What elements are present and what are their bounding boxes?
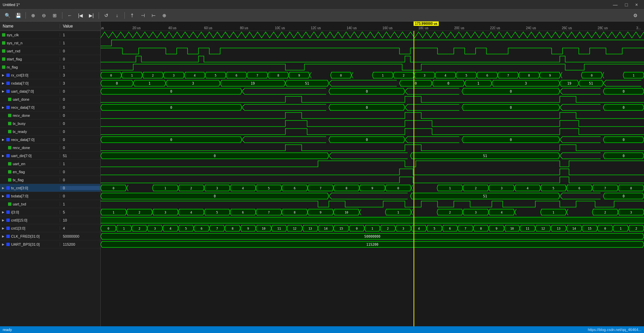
expand-arrow-icon[interactable]: ▶ — [2, 243, 4, 246]
fit-button[interactable]: ⊞ — [50, 11, 59, 20]
signal-value-cell: 0 — [60, 105, 100, 109]
expand-arrow-icon[interactable]: ▶ — [2, 106, 4, 109]
signal-row[interactable]: ▶rx_cnt[3:0]3 — [0, 71, 100, 79]
expand-arrow-icon[interactable]: ▶ — [2, 154, 4, 157]
svg-text:7: 7 — [604, 187, 606, 190]
bit-type-icon — [8, 122, 11, 125]
wave-svg — [101, 95, 644, 103]
svg-text:3: 3 — [630, 211, 632, 214]
signal-name-cell: sys_clk — [0, 33, 60, 37]
signal-row[interactable]: ▶cnt1[3:0]4 — [0, 224, 100, 232]
signal-row[interactable]: ▶CLK_FRED[31:0]50000000 — [0, 232, 100, 240]
expand-arrow-icon[interactable]: ▶ — [2, 227, 4, 230]
signal-row[interactable]: start_flag0 — [0, 55, 100, 63]
signal-row[interactable]: sys_rst_n1 — [0, 39, 100, 47]
svg-text:0: 0 — [107, 227, 109, 230]
wave-rows-container: 0123456789012345678901013195100131951000… — [101, 31, 644, 248]
svg-text:7: 7 — [465, 227, 466, 230]
svg-text:0: 0 — [340, 74, 342, 77]
expand-arrow-icon[interactable]: ▶ — [2, 235, 4, 238]
wave-svg: 123456789101234123 — [101, 208, 644, 216]
signal-row[interactable]: ▶rxdata[7:0]3 — [0, 79, 100, 87]
signal-value-cell: 3 — [60, 73, 100, 77]
center-button[interactable]: ⊕ — [160, 11, 169, 20]
signal-row[interactable]: ▶tx_cnt[3:0]0 — [0, 184, 100, 192]
signal-row[interactable]: ▶recv_data[7:0]0 — [0, 103, 100, 111]
right-edge-button[interactable]: ⊢ — [149, 11, 158, 20]
wave-svg — [101, 111, 644, 119]
expand-arrow-icon[interactable]: ▶ — [2, 74, 4, 77]
signal-value-cell: 0 — [60, 113, 100, 117]
signal-value-cell: 0 — [60, 49, 100, 53]
signal-row[interactable]: tx_ready0 — [0, 128, 100, 136]
svg-text:13: 13 — [308, 227, 312, 230]
settings-button[interactable]: ⚙ — [631, 11, 640, 20]
expand-arrow-icon[interactable]: ▶ — [2, 194, 4, 198]
expand-arrow-icon[interactable]: ▶ — [2, 210, 4, 214]
svg-text:1: 1 — [131, 74, 133, 77]
signal-row[interactable]: uart_rxd0 — [0, 47, 100, 55]
svg-text:2: 2 — [139, 211, 140, 214]
signal-row[interactable]: tx_busy0 — [0, 120, 100, 128]
maximize-button[interactable]: □ — [622, 1, 631, 8]
svg-text:9: 9 — [371, 187, 373, 190]
bit-type-icon — [8, 178, 11, 182]
signal-row[interactable]: en_flag0 — [0, 168, 100, 176]
next-edge-button[interactable]: ▶| — [87, 11, 96, 20]
signal-row[interactable]: ▶cnt0[15:0]10 — [0, 216, 100, 224]
close-button[interactable]: × — [632, 1, 641, 8]
signal-row[interactable]: tx_flag0 — [0, 176, 100, 184]
signal-row[interactable]: uart_en1 — [0, 160, 100, 168]
back-button[interactable]: ← — [65, 11, 74, 20]
waveform-area[interactable]: 0123456789012345678901013195100131951000… — [101, 31, 644, 333]
bus-type-icon — [6, 194, 10, 198]
save-button[interactable]: 💾 — [13, 11, 23, 20]
wave-row — [101, 144, 644, 152]
signal-row[interactable]: ▶uart_din[7:0]51 — [0, 152, 100, 160]
signal-row[interactable]: recv_done0 — [0, 144, 100, 152]
signal-row[interactable]: sys_clk1 — [0, 31, 100, 39]
zoom-out-button[interactable]: ⊖ — [39, 11, 49, 20]
signal-value-cell: 3 — [60, 81, 100, 85]
left-edge-button[interactable]: ⊣ — [138, 11, 148, 20]
search-button[interactable]: 🔍 — [3, 11, 12, 20]
signal-row[interactable]: recv_done0 — [0, 111, 100, 120]
svg-text:4: 4 — [194, 74, 196, 77]
svg-text:0: 0 — [366, 138, 368, 142]
signal-value-cell: 51 — [60, 154, 100, 158]
signal-row[interactable]: ▶recv_data[7:0]0 — [0, 136, 100, 144]
svg-text:0: 0 — [214, 194, 216, 198]
signal-label: tx_ready — [13, 130, 27, 134]
expand-arrow-icon[interactable]: ▶ — [2, 82, 4, 85]
signal-row[interactable]: ▶i[3:0]5 — [0, 208, 100, 216]
signal-value-cell: 0 — [60, 178, 100, 182]
wave-svg — [101, 55, 644, 63]
svg-text:0: 0 — [214, 154, 216, 158]
wave-svg: 50000000 — [101, 232, 644, 240]
signal-name-cell: ▶CLK_FRED[31:0] — [0, 234, 60, 238]
signal-row[interactable]: ▶uart_data[7:0]0 — [0, 87, 100, 95]
signal-row[interactable]: ▶UART_BPS[31:0]115200 — [0, 240, 100, 248]
signal-row[interactable]: uart_done0 — [0, 95, 100, 103]
wave-svg: 0000 — [101, 87, 644, 95]
wave-svg — [101, 200, 644, 208]
expand-arrow-icon[interactable]: ▶ — [2, 90, 4, 93]
signal-label: uart_rxd — [7, 49, 20, 53]
prev-edge-button[interactable]: |◀ — [76, 11, 85, 20]
signal-row[interactable]: rx_flag1 — [0, 63, 100, 71]
zoom-in-button[interactable]: ⊕ — [29, 11, 38, 20]
wave-svg: 0510 — [101, 152, 644, 159]
svg-text:51: 51 — [483, 194, 487, 198]
svg-text:2: 2 — [190, 187, 192, 190]
expand-arrow-icon[interactable]: ▶ — [2, 186, 4, 190]
mark-button[interactable]: † — [127, 11, 137, 20]
svg-text:9: 9 — [549, 74, 551, 77]
signal-row[interactable]: uart_txd1 — [0, 200, 100, 208]
down-button[interactable]: ↓ — [112, 11, 122, 20]
signal-value-cell: 4 — [60, 226, 100, 230]
refresh-button[interactable]: ↺ — [102, 11, 111, 20]
expand-arrow-icon[interactable]: ▶ — [2, 219, 4, 222]
signal-row[interactable]: ▶txdata[7:0]0 — [0, 192, 100, 200]
expand-arrow-icon[interactable]: ▶ — [2, 138, 4, 141]
minimize-button[interactable]: — — [609, 1, 621, 8]
